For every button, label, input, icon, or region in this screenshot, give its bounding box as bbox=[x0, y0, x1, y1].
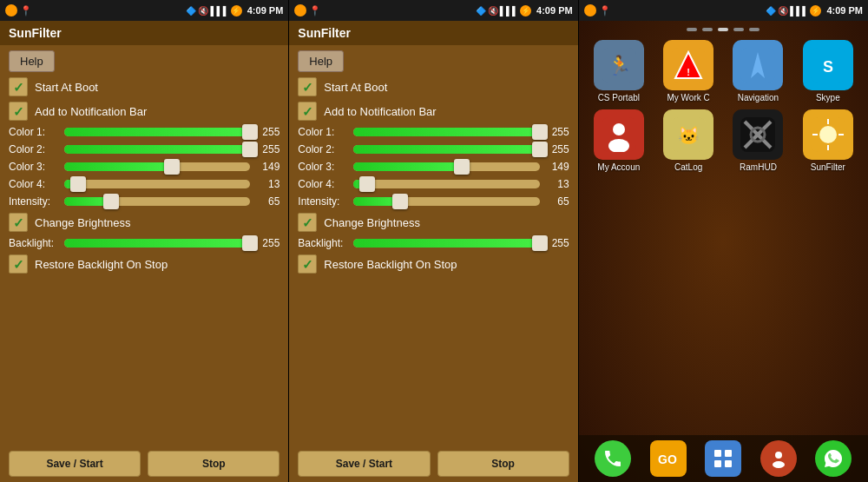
app-icon-nav[interactable] bbox=[733, 40, 783, 90]
svg-rect-25 bbox=[714, 450, 721, 457]
app-icon-wrap-catlog[interactable]: 🐱 CatLog bbox=[657, 109, 720, 172]
app-icon-wrap-cs[interactable]: 🏃 CS Portabl bbox=[588, 40, 650, 102]
help-button-2[interactable]: Help bbox=[298, 50, 344, 72]
svg-text:GO: GO bbox=[658, 452, 677, 466]
color4-slider-2[interactable] bbox=[353, 180, 539, 188]
navigation-icon bbox=[740, 48, 775, 83]
stop-button-1[interactable]: Stop bbox=[148, 451, 279, 477]
app-header-2: SunFilter bbox=[289, 21, 577, 45]
app-icon-wrap-myaccount[interactable]: My Accoun bbox=[588, 109, 650, 172]
dock-go-icon[interactable]: GO bbox=[650, 440, 687, 477]
intensity-slider-2[interactable] bbox=[353, 197, 539, 206]
app-icon-wrap-sunfilter[interactable]: SunFilter bbox=[797, 109, 859, 172]
color3-thumb-1[interactable] bbox=[164, 159, 180, 175]
restore-backlight-checkbox-1[interactable]: ✓ bbox=[9, 254, 28, 274]
color3-slider-1[interactable] bbox=[64, 162, 250, 171]
bt-icon-2: 🔷 bbox=[476, 6, 486, 16]
backlight-thumb-2[interactable] bbox=[532, 235, 548, 251]
app-label-catlog: CatLog bbox=[661, 162, 716, 172]
backlight-value-2: 255 bbox=[545, 237, 569, 249]
dock-contacts-icon[interactable] bbox=[760, 440, 797, 477]
color1-slider-2[interactable] bbox=[353, 128, 539, 136]
change-brightness-checkbox-2[interactable]: ✓ bbox=[298, 213, 317, 232]
change-brightness-label-1: Change Brightness bbox=[35, 216, 131, 229]
app-icon-wrap-ramhud[interactable]: RamHUD bbox=[727, 109, 789, 172]
status-time-1: 4:09 PM bbox=[247, 5, 284, 16]
app-label-ramhud: RamHUD bbox=[730, 162, 786, 172]
app-icon-skype[interactable]: S bbox=[803, 40, 853, 90]
color4-row-1: Color 4: 13 bbox=[9, 178, 279, 190]
app-icon-wrap-nav[interactable]: Navigation bbox=[727, 40, 789, 102]
color2-slider-1[interactable] bbox=[64, 145, 250, 154]
color2-thumb-1[interactable] bbox=[242, 142, 258, 157]
myaccount-icon bbox=[602, 117, 636, 152]
apps-svg bbox=[713, 448, 733, 469]
color4-value-2: 13 bbox=[545, 178, 569, 190]
add-notification-checkbox-1[interactable]: ✓ bbox=[9, 102, 28, 121]
save-start-button-2[interactable]: Save / Start bbox=[298, 451, 430, 477]
app-icon-wrap-mywork[interactable]: ! My Work C bbox=[657, 40, 720, 102]
help-button-1[interactable]: Help bbox=[9, 50, 55, 72]
app-icon-sunfilter[interactable] bbox=[803, 109, 853, 160]
restore-backlight-checkbox-2[interactable]: ✓ bbox=[298, 254, 317, 274]
color4-row-2: Color 4: 13 bbox=[298, 178, 569, 190]
bottom-bar-2: Save / Start Stop bbox=[289, 446, 577, 482]
color2-slider-2[interactable] bbox=[353, 145, 539, 154]
dot-5 bbox=[749, 28, 760, 31]
color2-thumb-2[interactable] bbox=[532, 142, 548, 157]
status-bar-right-1: 🔷 🔇 ▌▌▌ ⚡ 4:09 PM bbox=[186, 5, 283, 17]
backlight-fill-2 bbox=[353, 239, 539, 248]
color4-thumb-2[interactable] bbox=[359, 176, 375, 192]
intensity-thumb-1[interactable] bbox=[103, 194, 119, 209]
svg-point-10 bbox=[613, 123, 625, 135]
color4-label-1: Color 4: bbox=[9, 178, 59, 190]
color3-thumb-2[interactable] bbox=[454, 159, 470, 175]
color1-thumb-1[interactable] bbox=[242, 124, 258, 140]
backlight-slider-1[interactable] bbox=[64, 239, 250, 248]
color3-slider-2[interactable] bbox=[353, 162, 539, 171]
restore-backlight-row-1: ✓ Restore Backlight On Stop bbox=[9, 254, 279, 274]
app-label-sunfilter: SunFilter bbox=[800, 162, 856, 172]
dot-4 bbox=[733, 28, 744, 31]
app-label-myaccount: My Accoun bbox=[591, 162, 647, 172]
add-notification-row-1: ✓ Add to Notification Bar bbox=[9, 102, 279, 121]
dock-whatsapp-icon[interactable] bbox=[815, 440, 852, 477]
backlight-thumb-1[interactable] bbox=[242, 235, 258, 251]
home-status-time: 4:09 PM bbox=[826, 5, 863, 16]
backlight-slider-2[interactable] bbox=[353, 239, 539, 248]
app-icon-wrap-skype[interactable]: S Skype bbox=[797, 40, 859, 102]
app-label-mywork: My Work C bbox=[661, 93, 716, 102]
change-brightness-checkbox-1[interactable]: ✓ bbox=[9, 213, 28, 232]
color4-thumb-1[interactable] bbox=[70, 176, 86, 192]
color1-thumb-2[interactable] bbox=[532, 124, 548, 140]
dock-apps-icon[interactable] bbox=[705, 440, 741, 477]
app-icon-catlog[interactable]: 🐱 bbox=[663, 109, 713, 160]
panel-2: 📍 🔷 🔇 ▌▌▌ ⚡ 4:09 PM SunFilter Help ✓ Sta… bbox=[289, 0, 577, 482]
change-brightness-row-2: ✓ Change Brightness bbox=[298, 213, 569, 232]
intensity-slider-1[interactable] bbox=[64, 197, 250, 206]
app-icon-myaccount[interactable] bbox=[594, 109, 644, 160]
color1-row-1: Color 1: 255 bbox=[9, 126, 279, 138]
status-bar-1: 📍 🔷 🔇 ▌▌▌ ⚡ 4:09 PM bbox=[0, 0, 288, 21]
app-icon-mywork[interactable]: ! bbox=[663, 40, 713, 90]
intensity-row-2: Intensity: 65 bbox=[298, 195, 569, 208]
color2-row-2: Color 2: 255 bbox=[298, 143, 569, 155]
add-notification-checkbox-2[interactable]: ✓ bbox=[298, 102, 317, 121]
color1-slider-1[interactable] bbox=[64, 128, 250, 136]
app-label-nav: Navigation bbox=[730, 93, 786, 102]
app-label-skype: Skype bbox=[800, 93, 856, 102]
start-at-boot-checkbox-2[interactable]: ✓ bbox=[298, 77, 317, 96]
app-icon-ramhud[interactable] bbox=[733, 109, 783, 160]
intensity-value-2: 65 bbox=[545, 195, 569, 208]
app-header-1: SunFilter bbox=[0, 21, 288, 45]
home-bt-icon: 🔷 bbox=[766, 6, 776, 16]
stop-button-2[interactable]: Stop bbox=[437, 451, 569, 477]
backlight-row-2: Backlight: 255 bbox=[298, 237, 569, 249]
color4-slider-1[interactable] bbox=[64, 180, 250, 188]
start-at-boot-checkbox-1[interactable]: ✓ bbox=[9, 77, 28, 96]
app-icon-cs[interactable]: 🏃 bbox=[594, 40, 644, 90]
intensity-thumb-2[interactable] bbox=[392, 194, 408, 209]
change-brightness-row-1: ✓ Change Brightness bbox=[9, 213, 279, 232]
save-start-button-1[interactable]: Save / Start bbox=[9, 451, 141, 477]
dock-phone-icon[interactable] bbox=[595, 440, 631, 477]
